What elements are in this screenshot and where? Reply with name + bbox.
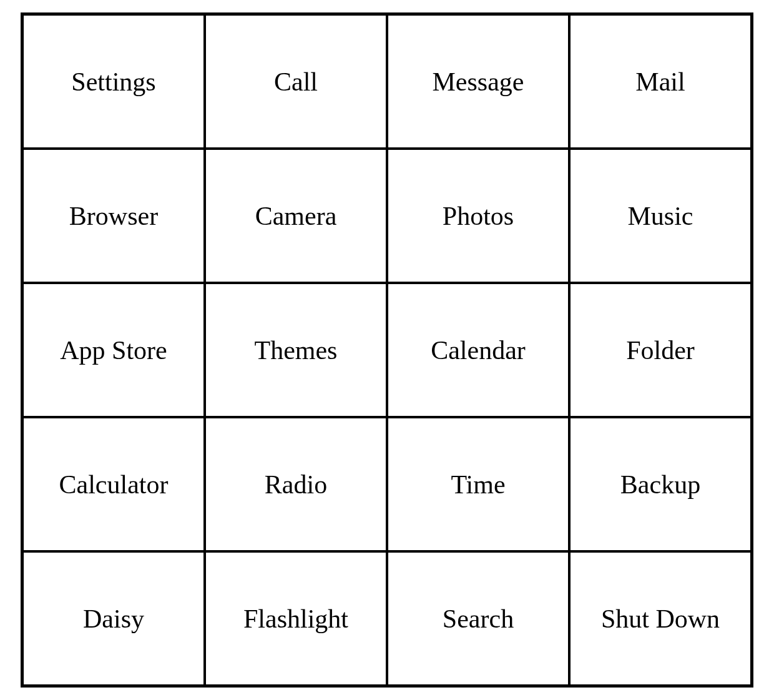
cell-label: Call xyxy=(274,67,318,97)
cell-label: Calendar xyxy=(431,335,526,365)
cell-call[interactable]: Call xyxy=(205,14,387,149)
cell-photos[interactable]: Photos xyxy=(387,149,569,283)
cell-label: Browser xyxy=(69,201,158,231)
cell-label: Camera xyxy=(255,201,337,231)
cell-browser[interactable]: Browser xyxy=(22,149,205,283)
cell-message[interactable]: Message xyxy=(387,14,569,149)
cell-label: Message xyxy=(433,67,524,97)
cell-label: Mail xyxy=(635,67,685,97)
cell-label: Time xyxy=(451,470,505,500)
cell-backup[interactable]: Backup xyxy=(569,417,752,551)
cell-app-store[interactable]: App Store xyxy=(22,283,205,417)
cell-label: Shut Down xyxy=(601,604,720,634)
cell-radio[interactable]: Radio xyxy=(205,417,387,551)
cell-camera[interactable]: Camera xyxy=(205,149,387,283)
cell-label: Folder xyxy=(626,335,695,365)
cell-music[interactable]: Music xyxy=(569,149,752,283)
cell-flashlight[interactable]: Flashlight xyxy=(205,551,387,686)
cell-label: Settings xyxy=(71,67,155,97)
cell-label: Daisy xyxy=(83,604,144,634)
cell-search[interactable]: Search xyxy=(387,551,569,686)
cell-shut-down[interactable]: Shut Down xyxy=(569,551,752,686)
cell-label: Search xyxy=(443,604,514,634)
cell-label: Flashlight xyxy=(243,604,348,634)
cell-themes[interactable]: Themes xyxy=(205,283,387,417)
cell-label: Backup xyxy=(620,470,700,500)
cell-mail[interactable]: Mail xyxy=(569,14,752,149)
cell-label: App Store xyxy=(60,335,167,365)
cell-folder[interactable]: Folder xyxy=(569,283,752,417)
cell-label: Music xyxy=(628,201,693,231)
app-grid: Settings Call Message Mail Browser Camer… xyxy=(21,12,753,688)
cell-settings[interactable]: Settings xyxy=(22,14,205,149)
cell-label: Photos xyxy=(443,201,514,231)
cell-time[interactable]: Time xyxy=(387,417,569,551)
cell-label: Themes xyxy=(255,335,338,365)
cell-label: Calculator xyxy=(59,470,169,500)
cell-calendar[interactable]: Calendar xyxy=(387,283,569,417)
cell-calculator[interactable]: Calculator xyxy=(22,417,205,551)
cell-label: Radio xyxy=(265,470,327,500)
cell-daisy[interactable]: Daisy xyxy=(22,551,205,686)
